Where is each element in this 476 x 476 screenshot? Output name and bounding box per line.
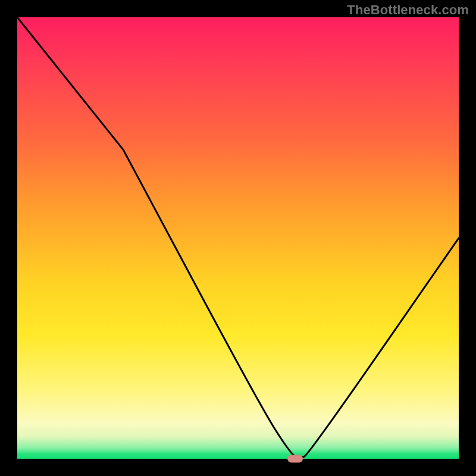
chart-frame: TheBottleneck.com — [0, 0, 476, 476]
bottleneck-curve — [17, 17, 459, 459]
watermark-text: TheBottleneck.com — [347, 2, 469, 18]
plot-area — [17, 17, 459, 459]
optimal-marker — [287, 455, 303, 463]
